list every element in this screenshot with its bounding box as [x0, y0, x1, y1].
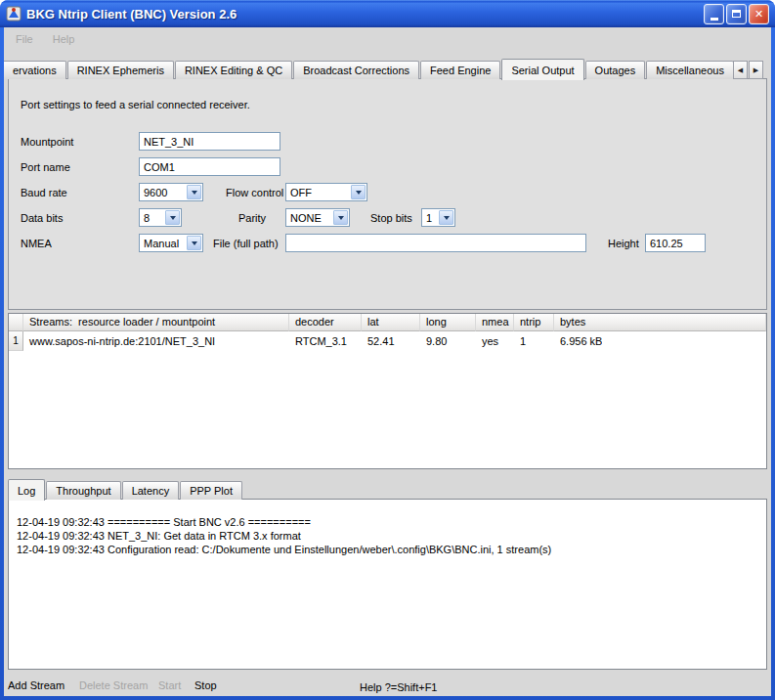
row-number: 1 — [9, 331, 23, 351]
parity-select[interactable]: NONE — [285, 208, 350, 227]
parity-dropdown-button[interactable] — [333, 210, 348, 225]
nmea-select[interactable]: Manual — [139, 234, 203, 252]
cell-mountpoint: www.sapos-ni-ntrip.de:2101/NET_3_NI — [23, 331, 289, 351]
col-header-nmea: nmea — [476, 314, 514, 331]
stop-bits-dropdown-button[interactable] — [439, 210, 453, 225]
col-header-mountpoint: Streams: resource loader / mountpoint — [23, 314, 289, 331]
start-button[interactable]: Start — [158, 679, 181, 691]
file-path-label: File (full path) — [213, 238, 279, 249]
height-label: Height — [608, 238, 639, 249]
col-header-long: long — [420, 314, 476, 331]
chevron-down-icon — [338, 216, 344, 220]
streams-table: Streams: resource loader / mountpoint de… — [8, 313, 767, 469]
tab-latency[interactable]: Latency — [122, 481, 180, 500]
output-tab-bar: Log Throughput Latency PPP Plot — [8, 478, 243, 500]
arrow-right-icon: ▶ — [753, 66, 758, 74]
nmea-label: NMEA — [21, 238, 52, 249]
stop-button[interactable]: Stop — [194, 679, 217, 691]
cell-long: 9.80 — [420, 331, 476, 351]
stop-bits-value: 1 — [422, 212, 438, 224]
tab-observations[interactable]: ervations — [4, 61, 66, 79]
panel-description: Port settings to feed a serial connected… — [21, 99, 250, 110]
tab-log[interactable]: Log — [8, 479, 45, 501]
log-line: 12-04-19 09:32:43 ========== Start BNC v… — [17, 515, 758, 529]
baud-rate-dropdown-button[interactable] — [187, 185, 201, 199]
chevron-down-icon — [170, 216, 176, 220]
chevron-down-icon — [192, 191, 197, 195]
app-window: BKG Ntrip Client (BNC) Version 2.6 ✕ Fil… — [0, 0, 775, 700]
parity-value: NONE — [286, 212, 332, 224]
menu-help[interactable]: Help — [47, 31, 81, 47]
cell-decoder: RTCM_3.1 — [289, 331, 362, 351]
port-name-input[interactable] — [139, 157, 280, 176]
corner-header-cell — [9, 314, 23, 331]
window-controls: ✕ — [704, 4, 769, 24]
flow-control-dropdown-button[interactable] — [351, 185, 366, 199]
tab-rinex-ephemeris[interactable]: RINEX Ephemeris — [67, 61, 174, 79]
tab-scroll-left-button[interactable]: ◀ — [733, 61, 748, 79]
chevron-down-icon — [444, 216, 450, 220]
maximize-icon — [732, 10, 741, 18]
col-header-ntrip: ntrip — [514, 314, 554, 331]
flow-control-select[interactable]: OFF — [285, 183, 367, 201]
delete-stream-button[interactable]: Delete Stream — [79, 679, 148, 691]
flow-control-label: Flow control — [226, 187, 283, 198]
tab-outages[interactable]: Outages — [585, 61, 646, 79]
tab-rinex-editing-qc[interactable]: RINEX Editing & QC — [175, 61, 292, 79]
data-bits-label: Data bits — [21, 212, 63, 224]
add-stream-button[interactable]: Add Stream — [8, 679, 65, 691]
parity-label: Parity — [238, 212, 266, 224]
tab-throughput[interactable]: Throughput — [46, 481, 120, 500]
col-header-lat: lat — [362, 314, 420, 331]
tab-serial-output[interactable]: Serial Output — [501, 59, 583, 80]
stream-row[interactable]: 1 www.sapos-ni-ntrip.de:2101/NET_3_NI RT… — [9, 331, 766, 351]
title-bar[interactable]: BKG Ntrip Client (BNC) Version 2.6 ✕ — [0, 0, 775, 27]
menu-file[interactable]: File — [10, 31, 39, 47]
tab-feed-engine[interactable]: Feed Engine — [420, 61, 500, 79]
cell-ntrip: 1 — [514, 331, 554, 351]
baud-rate-value: 9600 — [140, 187, 186, 198]
col-header-decoder: decoder — [289, 314, 362, 331]
streams-table-header: Streams: resource loader / mountpoint de… — [9, 314, 766, 331]
baud-rate-label: Baud rate — [21, 187, 67, 198]
tab-scroll-buttons: ◀ ▶ — [732, 61, 763, 79]
window-title: BKG Ntrip Client (BNC) Version 2.6 — [26, 7, 699, 22]
app-icon — [6, 6, 22, 22]
baud-rate-select[interactable]: 9600 — [139, 183, 203, 201]
cell-bytes: 6.956 kB — [554, 331, 602, 351]
data-bits-dropdown-button[interactable] — [165, 210, 180, 225]
col-header-bytes: bytes — [554, 314, 766, 331]
minimize-icon — [710, 18, 718, 21]
tab-broadcast-corrections[interactable]: Broadcast Corrections — [293, 61, 419, 79]
main-tab-bar: ervations RINEX Ephemeris RINEX Editing … — [4, 58, 735, 79]
port-name-label: Port name — [21, 161, 70, 173]
window-content: File Help ervations RINEX Ephemeris RINE… — [4, 27, 771, 696]
log-line: 12-04-19 09:32:43 NET_3_NI: Get data in … — [17, 529, 758, 543]
menu-bar: File Help — [4, 30, 88, 48]
help-shortcut-label: Help ?=Shift+F1 — [360, 681, 438, 693]
log-line: 12-04-19 09:32:43 Configuration read: C:… — [17, 543, 758, 556]
file-path-input[interactable] — [285, 234, 586, 252]
arrow-left-icon: ◀ — [738, 66, 743, 74]
maximize-button[interactable] — [726, 4, 747, 24]
cell-lat: 52.41 — [362, 331, 420, 351]
tab-miscellaneous[interactable]: Miscellaneous — [646, 61, 734, 79]
stop-bits-select[interactable]: 1 — [421, 208, 455, 227]
mountpoint-label: Mountpoint — [21, 136, 73, 148]
serial-output-panel: Port settings to feed a serial connected… — [8, 78, 767, 310]
stop-bits-label: Stop bits — [370, 212, 412, 224]
chevron-down-icon — [356, 191, 362, 195]
data-bits-select[interactable]: 8 — [139, 208, 182, 227]
data-bits-value: 8 — [140, 212, 164, 224]
nmea-dropdown-button[interactable] — [187, 236, 201, 250]
close-button[interactable]: ✕ — [749, 4, 769, 24]
close-icon: ✕ — [754, 9, 763, 20]
mountpoint-input[interactable] — [139, 132, 280, 151]
cell-nmea: yes — [476, 331, 514, 351]
tab-ppp-plot[interactable]: PPP Plot — [180, 481, 242, 500]
height-input[interactable] — [645, 234, 706, 252]
nmea-value: Manual — [140, 238, 186, 249]
minimize-button[interactable] — [704, 4, 724, 24]
tab-scroll-right-button[interactable]: ▶ — [749, 61, 763, 79]
log-output[interactable]: 12-04-19 09:32:43 ========== Start BNC v… — [8, 499, 767, 670]
